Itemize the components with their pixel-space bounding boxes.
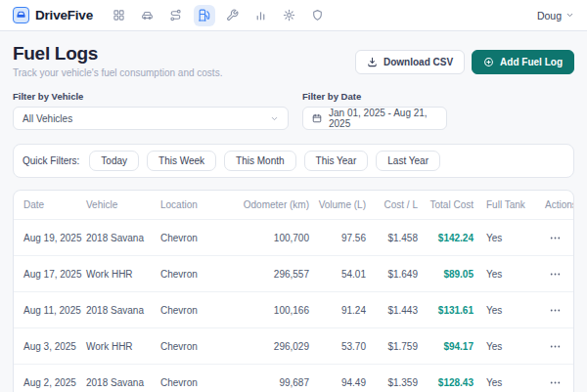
table-header-row: Date Vehicle Location Odometer (km) Volu… xyxy=(14,191,573,220)
calendar-icon xyxy=(312,113,322,123)
cell-vehicle: Work HHR xyxy=(86,269,160,280)
col-location: Location xyxy=(160,199,243,210)
col-full-tank: Full Tank xyxy=(474,199,545,210)
top-bar: DriveFive xyxy=(0,0,587,31)
download-icon xyxy=(367,57,378,67)
cell-cost-per-l: $1.759 xyxy=(366,341,418,352)
col-actions: Actions xyxy=(545,199,574,210)
cell-full-tank: Yes xyxy=(474,341,545,352)
quick-filter-this-month[interactable]: This Month xyxy=(224,151,295,171)
cell-vehicle: 2018 Savana xyxy=(86,377,160,388)
col-odometer: Odometer (km) xyxy=(243,199,309,210)
page-subtitle: Track your vehicle's fuel consumption an… xyxy=(13,67,222,78)
row-actions-ellipsis-button[interactable] xyxy=(549,302,562,318)
main-content: Fuel Logs Track your vehicle's fuel cons… xyxy=(0,31,587,392)
date-range-input[interactable]: Jan 01, 2025 - Aug 21, 2025 xyxy=(302,107,447,130)
quick-filter-this-year[interactable]: This Year xyxy=(304,151,369,171)
vehicle-filter-value: All Vehicles xyxy=(23,113,72,124)
date-filter-group: Filter by Date Jan 01, 2025 - Aug 21, 20… xyxy=(302,91,447,130)
col-date: Date xyxy=(23,199,86,210)
chevron-down-icon xyxy=(270,114,279,123)
cell-date: Aug 2, 2025 xyxy=(23,377,86,388)
cell-volume: 53.70 xyxy=(309,341,366,352)
date-filter-label: Filter by Date xyxy=(302,91,447,102)
vehicle-filter-group: Filter by Vehicle All Vehicles xyxy=(13,91,289,130)
table-row[interactable]: Aug 3, 2025 Work HHR Chevron 296,029 53.… xyxy=(14,328,573,365)
cell-date: Aug 17, 2025 xyxy=(23,269,86,280)
row-actions-ellipsis-button[interactable] xyxy=(549,374,562,390)
col-total-cost: Total Cost xyxy=(418,199,474,210)
cell-date: Aug 19, 2025 xyxy=(23,233,86,243)
row-actions-ellipsis-button[interactable] xyxy=(549,266,562,282)
nav-trips route-icon[interactable] xyxy=(165,5,187,26)
cell-full-tank: Yes xyxy=(474,269,545,280)
cell-full-tank: Yes xyxy=(474,305,545,316)
col-cost-per-l: Cost / L xyxy=(366,199,418,210)
download-csv-label: Download CSV xyxy=(384,57,453,67)
cell-vehicle: 2018 Savana xyxy=(86,233,160,243)
nav-settings gear-icon[interactable] xyxy=(279,5,300,26)
add-fuel-log-label: Add Fuel Log xyxy=(500,57,563,67)
col-volume: Volume (L) xyxy=(309,199,366,210)
cell-location: Chevron xyxy=(160,233,243,243)
filters: Filter by Vehicle All Vehicles Filter by… xyxy=(13,91,574,130)
app-name: DriveFive xyxy=(35,8,93,22)
table-row[interactable]: Aug 11, 2025 2018 Savana Chevron 100,166… xyxy=(14,292,573,328)
cell-vehicle: Work HHR xyxy=(86,341,160,352)
page-header: Fuel Logs Track your vehicle's fuel cons… xyxy=(13,43,574,78)
cell-odometer: 99,687 xyxy=(243,377,309,388)
quick-filter-this-week[interactable]: This Week xyxy=(147,151,216,171)
quick-filter-today[interactable]: Today xyxy=(89,151,139,171)
cell-cost-per-l: $1.649 xyxy=(366,269,418,280)
cell-full-tank: Yes xyxy=(474,233,545,243)
cell-total-cost: $131.61 xyxy=(418,305,474,316)
quick-filter-last-year[interactable]: Last Year xyxy=(376,151,440,171)
cell-vehicle: 2018 Savana xyxy=(86,305,160,316)
cell-location: Chevron xyxy=(160,269,243,280)
cell-location: Chevron xyxy=(160,341,243,352)
quick-filters-label: Quick Filters: xyxy=(23,155,79,166)
app-logo-car-icon xyxy=(13,7,29,23)
date-range-value: Jan 01, 2025 - Aug 21, 2025 xyxy=(329,108,437,129)
brand[interactable]: DriveFive xyxy=(13,7,93,23)
add-fuel-log-button[interactable]: Add Fuel Log xyxy=(472,50,574,74)
fuel-logs-table: Date Vehicle Location Odometer (km) Volu… xyxy=(13,190,574,392)
cell-odometer: 296,557 xyxy=(243,269,309,280)
table-row[interactable]: Aug 2, 2025 2018 Savana Chevron 99,687 9… xyxy=(14,365,573,392)
cell-total-cost: $94.17 xyxy=(418,341,474,352)
nav-vehicles car-icon[interactable] xyxy=(137,5,158,26)
nav-security shield-icon[interactable] xyxy=(307,5,329,26)
download-csv-button[interactable]: Download CSV xyxy=(355,50,465,74)
user-menu[interactable]: Doug xyxy=(537,10,574,22)
table-row[interactable]: Aug 17, 2025 Work HHR Chevron 296,557 54… xyxy=(14,256,573,292)
vehicle-filter-label: Filter by Vehicle xyxy=(13,91,289,102)
cell-cost-per-l: $1.458 xyxy=(366,233,418,243)
cell-cost-per-l: $1.443 xyxy=(366,305,418,316)
nav-reports bar-chart-icon[interactable] xyxy=(250,5,272,26)
vehicle-filter-select[interactable]: All Vehicles xyxy=(13,107,289,130)
cell-odometer: 296,029 xyxy=(243,341,309,352)
row-actions-ellipsis-button[interactable] xyxy=(549,230,562,245)
nav-dashboard grid-icon[interactable] xyxy=(109,5,130,26)
row-actions-ellipsis-button[interactable] xyxy=(549,338,562,354)
user-name: Doug xyxy=(537,10,562,22)
nav-fuel-logs fuel-pump-icon[interactable] xyxy=(194,5,215,26)
cell-volume: 91.24 xyxy=(309,305,366,316)
chevron-down-icon xyxy=(565,11,574,20)
cell-location: Chevron xyxy=(160,305,243,316)
main-nav xyxy=(109,5,329,26)
cell-odometer: 100,166 xyxy=(243,305,309,316)
cell-volume: 94.49 xyxy=(309,377,366,388)
plus-circle-icon xyxy=(483,57,494,67)
cell-odometer: 100,700 xyxy=(243,233,309,243)
nav-maintenance wrench-icon[interactable] xyxy=(222,5,244,26)
cell-total-cost: $128.43 xyxy=(418,377,474,388)
cell-total-cost: $142.24 xyxy=(418,233,474,243)
col-vehicle: Vehicle xyxy=(86,199,160,210)
cell-full-tank: Yes xyxy=(474,377,545,388)
fuel-table-body: Aug 19, 2025 2018 Savana Chevron 100,700… xyxy=(14,220,573,392)
cell-date: Aug 11, 2025 xyxy=(23,305,86,316)
cell-volume: 54.01 xyxy=(309,269,366,280)
cell-location: Chevron xyxy=(160,377,243,388)
table-row[interactable]: Aug 19, 2025 2018 Savana Chevron 100,700… xyxy=(14,220,573,256)
